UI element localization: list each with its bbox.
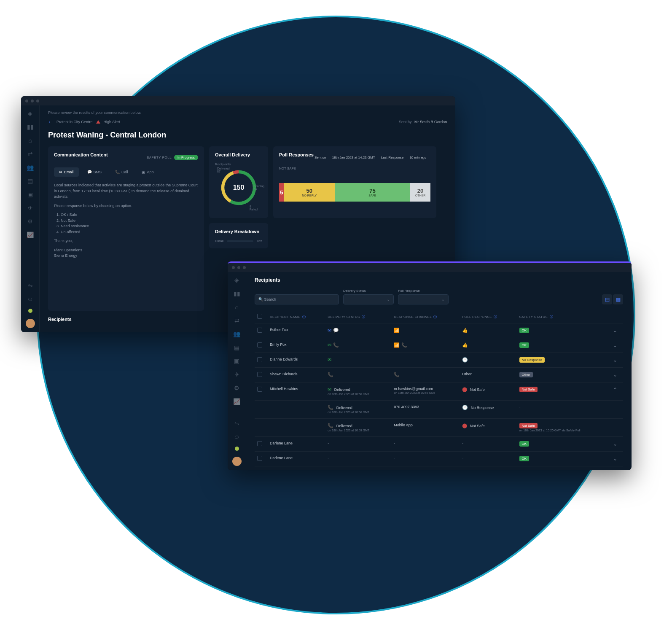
phone-icon: 📞: [115, 170, 120, 174]
status-badge: Not Safe: [519, 423, 538, 428]
alert-triangle-icon: [96, 120, 100, 124]
nav-icon[interactable]: ⚙: [233, 384, 241, 392]
page-subheader: Please review the results of your commun…: [48, 110, 447, 115]
table-row-expanded[interactable]: Mitchell Hawkins ✉ Deliveredon 18th Jan …: [255, 382, 623, 401]
info-icon[interactable]: ⓘ: [550, 315, 553, 319]
info-icon[interactable]: ⓘ: [494, 315, 497, 319]
clock-icon: 🕐: [462, 357, 468, 362]
danger-icon: ⬤: [462, 387, 467, 392]
chevron-down-icon[interactable]: ⌄: [613, 328, 617, 334]
nav-icon[interactable]: ⌂: [233, 303, 241, 311]
traffic-light-icon: [232, 266, 235, 269]
chevron-down-icon: ⌄: [387, 297, 390, 302]
delivery-status-select[interactable]: ⌄: [343, 294, 394, 304]
row-checkbox[interactable]: [257, 387, 262, 392]
signal-icon: 📶: [394, 328, 400, 333]
poll-responses-card: Poll Responses Sent on 18th Jan 2023 at …: [273, 146, 436, 218]
info-icon[interactable]: ⓘ: [433, 315, 437, 319]
card-title: Delivery Breakdown: [215, 229, 262, 234]
nav-icon[interactable]: ▮▮: [233, 290, 241, 297]
traffic-light-icon: [31, 100, 34, 102]
nav-icon[interactable]: ▤: [27, 177, 34, 185]
chevron-up-icon[interactable]: ⌃: [613, 387, 617, 393]
card-title: Poll Responses: [279, 152, 314, 157]
nav-icon[interactable]: ▣: [233, 357, 241, 365]
nav-icon[interactable]: 👥: [27, 164, 34, 171]
nav-icon[interactable]: ▤: [233, 344, 241, 351]
info-icon[interactable]: ⓘ: [302, 315, 306, 319]
info-icon[interactable]: ⓘ: [362, 315, 365, 319]
delivery-breakdown-card: Delivery Breakdown Email 165: [209, 223, 268, 248]
row-checkbox[interactable]: [257, 372, 262, 377]
chevron-down-icon[interactable]: ⌄: [613, 357, 617, 363]
col-safety-status: SAFETY STATUS ⓘ: [517, 310, 610, 323]
nav-icon[interactable]: 👥: [233, 330, 241, 338]
nav-icon[interactable]: ⇄: [233, 317, 241, 324]
view-grid-button[interactable]: ▦: [613, 294, 623, 304]
danger-icon: ⬤: [462, 423, 467, 428]
mail-icon: ✉: [328, 342, 331, 347]
nav-icon[interactable]: 📈: [233, 398, 241, 405]
chevron-down-icon[interactable]: ⌄: [613, 456, 617, 462]
phone-icon: 📞: [328, 405, 333, 410]
table-row[interactable]: Darlene Lane - - - OK ⌄: [255, 452, 623, 466]
app-icon: ▣: [142, 170, 145, 174]
table-row[interactable]: Shawn Richards 📞 📞 Other Other ⌄: [255, 368, 623, 382]
nav-icon[interactable]: ✈: [233, 371, 241, 378]
nav-icon[interactable]: ▮▮: [27, 123, 34, 131]
select-all-checkbox[interactable]: [257, 314, 262, 319]
table-row-detail: 📞 Deliveredon 18th Jan 2023 at 10:56 GMT…: [255, 401, 623, 419]
donut-total: 150: [220, 169, 258, 207]
status-dot-icon: [235, 447, 239, 451]
view-list-button[interactable]: ▤: [602, 294, 612, 304]
nav-icon[interactable]: ⚙: [27, 218, 34, 225]
tab-sms[interactable]: 💬SMS: [82, 167, 107, 177]
poll-meta: Sent on 18th Jan 2023 at 14:23 GMT Last …: [314, 156, 430, 159]
tab-call[interactable]: 📞Call: [110, 167, 133, 177]
sent-by-label: Sent by Mr Smith B Gordon: [399, 120, 447, 124]
tab-email[interactable]: ✉Email: [54, 167, 79, 177]
mail-icon: ✉: [328, 387, 331, 392]
recipients-table: RECIPIENT NAME ⓘ DELIVERY STATUS ⓘ RESPO…: [255, 310, 623, 466]
status-badge: Other: [519, 372, 533, 377]
nav-icon[interactable]: ✈: [27, 204, 34, 212]
logo-icon: ◈: [233, 276, 241, 284]
status-badge: OK: [519, 456, 530, 461]
poll-response-select[interactable]: ⌄: [398, 294, 449, 304]
traffic-light-icon: [36, 100, 39, 102]
nav-icon[interactable]: ⌂: [27, 137, 34, 144]
filter-label: Poll Response: [398, 289, 449, 293]
chevron-down-icon[interactable]: ⌄: [613, 441, 617, 447]
row-checkbox[interactable]: [257, 441, 262, 446]
nav-icon[interactable]: ⇄: [27, 150, 34, 158]
status-dot-icon: [28, 309, 32, 313]
donut-chart: 150 Delivered87 Pending54 9Failed: [220, 169, 258, 207]
card-title: Overall Delivery: [215, 152, 262, 157]
table-row[interactable]: Emily Fox ✉📞 📶📞 👍 OK ⌄: [255, 338, 623, 353]
user-icon[interactable]: ☺: [233, 433, 241, 441]
sidebar-nav: ◈ ▮▮ ⌂ ⇄ 👥 ▤ ▣ ✈ ⚙ 📈 ⇋ ☺: [228, 272, 246, 470]
table-row[interactable]: Esther Fox ✉💬 📶 👍 OK ⌄: [255, 323, 623, 338]
row-checkbox[interactable]: [257, 328, 262, 333]
settings-icon[interactable]: ⇋: [233, 420, 241, 427]
row-checkbox[interactable]: [257, 342, 262, 347]
row-checkbox[interactable]: [257, 456, 262, 461]
avatar[interactable]: [26, 319, 35, 328]
nav-icon[interactable]: ▣: [27, 191, 34, 198]
nav-icon[interactable]: 📈: [27, 231, 34, 239]
chevron-down-icon[interactable]: ⌄: [613, 342, 617, 348]
back-arrow-icon[interactable]: ←: [48, 119, 53, 125]
search-input[interactable]: 🔍 Search: [255, 294, 339, 304]
user-icon[interactable]: ☺: [27, 295, 34, 303]
col-name: RECIPIENT NAME ⓘ: [267, 310, 325, 323]
row-checkbox[interactable]: [257, 357, 262, 362]
table-row[interactable]: Darlene Lane - - - OK ⌄: [255, 437, 623, 452]
breadcrumb-item[interactable]: Protest in City Centre: [56, 120, 93, 124]
settings-icon[interactable]: ⇋: [27, 282, 34, 289]
col-delivery-status: DELIVERY STATUS ⓘ: [325, 310, 391, 323]
avatar[interactable]: [232, 457, 242, 466]
table-row[interactable]: Dianne Edwards ✉ 🕐 No Response ⌄: [255, 353, 623, 368]
status-badge: OK: [519, 441, 530, 447]
tab-app[interactable]: ▣App: [137, 167, 159, 177]
chevron-down-icon[interactable]: ⌄: [613, 372, 617, 378]
